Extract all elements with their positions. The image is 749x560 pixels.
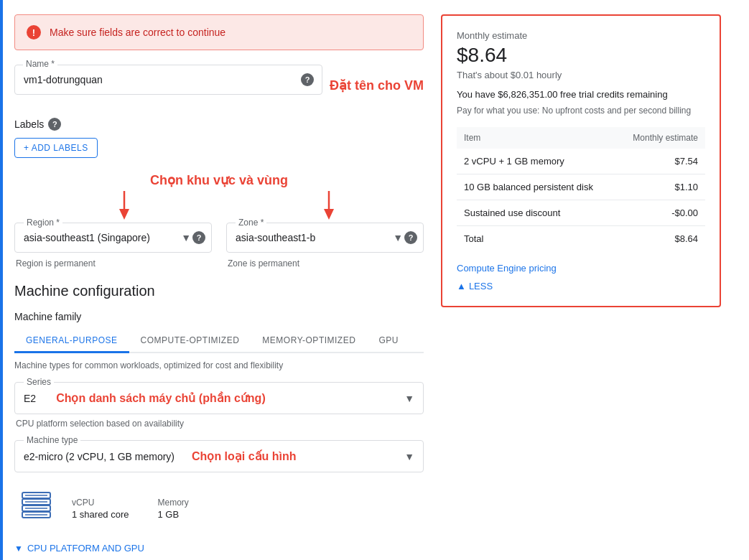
row-cost-total: $8.64 [617, 226, 705, 252]
memory-value: 1 GB [158, 509, 189, 520]
name-help-icon[interactable]: ? [301, 73, 314, 86]
series-chevron-icon: ▼ [404, 393, 414, 404]
name-field-wrapper: Name * ? [14, 65, 322, 95]
row-item-0: 2 vCPU + 1 GB memory [457, 149, 617, 174]
alert-banner: ! Make sure fields are correct to contin… [14, 14, 424, 50]
row-item-1: 10 GB balanced persistent disk [457, 174, 617, 200]
specs-container: vCPU 1 shared core Memory 1 GB [14, 482, 424, 526]
specs-info: vCPU 1 shared core Memory 1 GB [72, 489, 189, 520]
svg-marker-1 [119, 209, 129, 220]
trial-credits: You have $6,826,351.00 free trial credit… [457, 89, 705, 100]
table-row: 10 GB balanced persistent disk $1.10 [457, 174, 705, 200]
series-hint: CPU platform selection based on availabi… [14, 419, 424, 429]
machine-type-annotation: Chọn loại cấu hình [192, 449, 297, 463]
table-header-estimate: Monthly estimate [617, 127, 705, 149]
series-annotation: Chọn danh sách máy chủ (phần cứng) [56, 391, 266, 405]
cpu-platform-label: CPU PLATFORM AND GPU [27, 543, 144, 554]
machine-config-section: Machine configuration Machine family GEN… [14, 283, 424, 554]
name-annotation: Đặt tên cho VM [330, 78, 424, 93]
tab-description: Machine types for common workloads, opti… [14, 360, 424, 370]
billing-info: Pay for what you use: No upfront costs a… [457, 106, 705, 116]
vcpu-label: vCPU [72, 498, 129, 508]
less-label: LESS [469, 281, 493, 291]
row-cost-0: $7.54 [617, 149, 705, 174]
zone-hint: Zone is permanent [226, 258, 424, 269]
add-labels-button[interactable]: + ADD LABELS [14, 138, 98, 158]
zone-label: Zone * [236, 218, 266, 228]
region-help-icon[interactable]: ? [192, 231, 205, 244]
estimate-price: $8.64 [457, 44, 705, 67]
vcpu-value: 1 shared core [72, 509, 129, 520]
region-value-display: asia-southeast1 (Singapore) ▼ ? [15, 223, 211, 252]
machine-type-chevron-icon: ▼ [404, 451, 414, 462]
table-row: 2 vCPU + 1 GB memory $7.54 [457, 149, 705, 174]
cpu-platform-chevron-icon: ▼ [14, 543, 23, 554]
estimate-title: Monthly estimate [457, 30, 705, 41]
region-zone-row: Region * asia-southeast1 (Singapore) ▼ ?… [14, 223, 424, 269]
region-field: Region * asia-southeast1 (Singapore) ▼ ?… [14, 223, 212, 269]
tab-gpu[interactable]: GPU [367, 330, 410, 353]
name-row: Name * ? Đặt tên cho VM [14, 65, 424, 106]
labels-help-icon[interactable]: ? [48, 118, 61, 131]
table-header-item: Item [457, 127, 617, 149]
region-zone-container: Region * asia-southeast1 (Singapore) ▼ ?… [14, 223, 424, 269]
estimate-hourly: That's about $0.01 hourly [457, 70, 705, 80]
labels-title: Labels [14, 118, 44, 130]
memory-spec: Memory 1 GB [158, 498, 189, 520]
estimate-table: Item Monthly estimate 2 vCPU + 1 GB memo… [457, 127, 705, 251]
region-dropdown[interactable]: Region * asia-southeast1 (Singapore) ▼ ? [14, 223, 212, 253]
machine-type-dropdown[interactable]: Machine type e2-micro (2 vCPU, 1 GB memo… [14, 440, 424, 472]
row-cost-1: $1.10 [617, 174, 705, 200]
region-hint: Region is permanent [14, 258, 212, 269]
alert-icon: ! [27, 25, 41, 39]
region-chevron-icon: ▼ [181, 232, 191, 243]
tab-memory-optimized[interactable]: MEMORY-OPTIMIZED [251, 330, 367, 353]
series-label: Series [24, 377, 54, 387]
zone-value-display: asia-southeast1-b ▼ ? [227, 223, 423, 252]
machine-config-title: Machine configuration [14, 283, 424, 299]
labels-section: Labels ? + ADD LABELS [14, 118, 424, 158]
row-item-total: Total [457, 226, 617, 252]
cpu-stack-icon [17, 485, 56, 524]
table-total-row: Total $8.64 [457, 226, 705, 252]
region-zone-annotation: Chọn khu vực và vùng [150, 173, 288, 187]
vcpu-spec: vCPU 1 shared core [72, 498, 129, 520]
machine-family-tabs: GENERAL-PURPOSE COMPUTE-OPTIMIZED MEMORY… [14, 330, 424, 353]
labels-header: Labels ? [14, 118, 424, 131]
arrow-right-down-icon [318, 191, 340, 220]
left-panel: ! Make sure fields are correct to contin… [14, 14, 424, 554]
pricing-link[interactable]: Compute Engine pricing [457, 263, 705, 274]
tab-compute-optimized[interactable]: COMPUTE-OPTIMIZED [129, 330, 251, 353]
table-row: Sustained use discount -$0.00 [457, 200, 705, 226]
memory-label: Memory [158, 498, 189, 508]
tab-general-purpose[interactable]: GENERAL-PURPOSE [14, 330, 129, 353]
series-dropdown[interactable]: Series E2 Chọn danh sách máy chủ (phần c… [14, 382, 424, 414]
name-label: Name * [23, 59, 57, 69]
machine-type-label: Machine type [24, 435, 80, 445]
zone-dropdown[interactable]: Zone * asia-southeast1-b ▼ ? [226, 223, 424, 253]
alert-text: Make sure fields are correct to continue [50, 27, 225, 38]
zone-help-icon[interactable]: ? [404, 231, 417, 244]
less-link[interactable]: ▲ LESS [457, 281, 705, 291]
svg-marker-3 [324, 209, 334, 220]
arrow-left-down-icon [113, 191, 135, 220]
less-chevron-icon: ▲ [457, 281, 466, 291]
machine-type-value-row: e2-micro (2 vCPU, 1 GB memory) Chọn loại… [15, 441, 423, 472]
series-value-row: E2 Chọn danh sách máy chủ (phần cứng) ▼ [15, 383, 423, 414]
machine-family-title: Machine family [14, 311, 424, 322]
cpu-icon-container [14, 482, 57, 526]
right-panel: Monthly estimate $8.64 That's about $0.0… [441, 14, 721, 307]
zone-field: Zone * asia-southeast1-b ▼ ? Zone is per… [226, 223, 424, 269]
row-item-2: Sustained use discount [457, 200, 617, 226]
specs-row: vCPU 1 shared core Memory 1 GB [72, 498, 189, 520]
region-label: Region * [24, 218, 62, 228]
left-bar [0, 0, 3, 560]
cpu-platform-header[interactable]: ▼ CPU PLATFORM AND GPU [14, 543, 424, 554]
row-cost-2: -$0.00 [617, 200, 705, 226]
cpu-platform-section: ▼ CPU PLATFORM AND GPU [14, 537, 424, 554]
zone-chevron-icon: ▼ [393, 232, 403, 243]
name-input[interactable] [14, 65, 322, 95]
